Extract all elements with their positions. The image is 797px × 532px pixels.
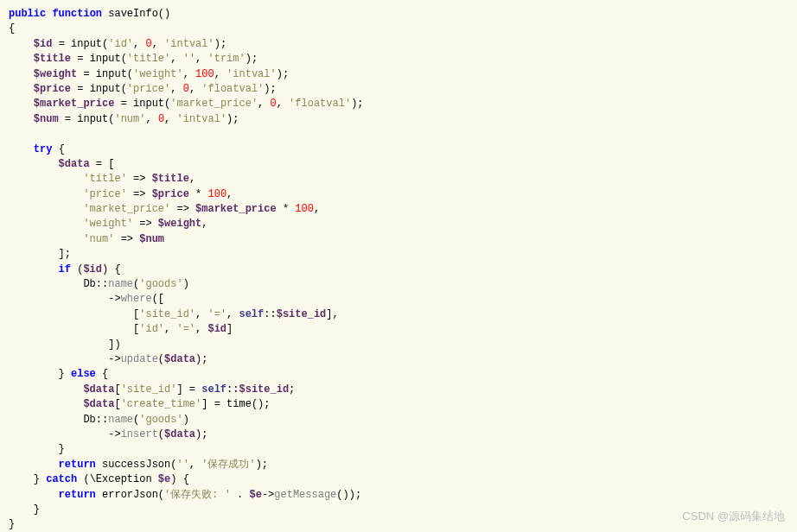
code-block: public function saveInfo() { $id = input… <box>9 7 788 532</box>
watermark-text: CSDN @源码集结地 <box>682 509 785 525</box>
